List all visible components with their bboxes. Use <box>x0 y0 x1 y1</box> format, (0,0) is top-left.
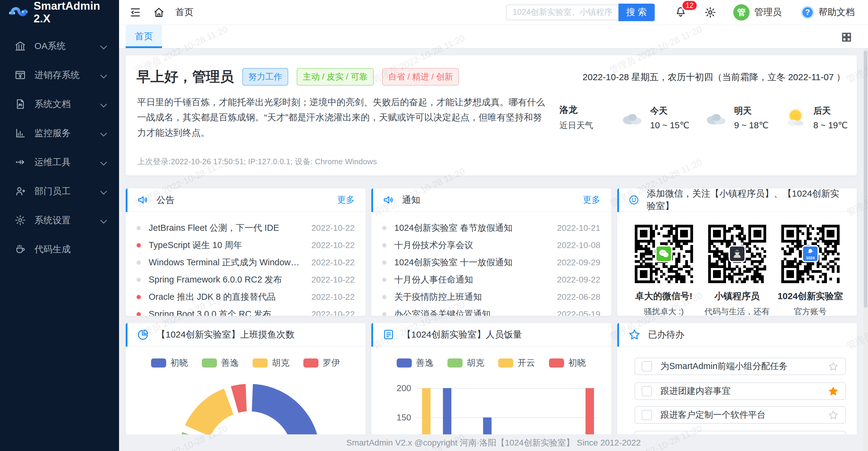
menu-fold-icon[interactable] <box>129 6 142 19</box>
legend-swatch <box>447 359 463 368</box>
logo[interactable]: SmartAdmin 2.X <box>0 0 119 25</box>
search-button[interactable]: 搜 索 <box>618 4 655 21</box>
chevron-down-icon <box>98 100 106 108</box>
item-date: 2022-09-29 <box>557 258 600 267</box>
greeting-tag: 主动 / 皮实 / 可靠 <box>297 68 374 86</box>
legend-item[interactable]: 开云 <box>498 357 535 369</box>
smiley-icon <box>628 194 640 206</box>
legend-item[interactable]: 善逸 <box>397 357 434 369</box>
qr-column: 小镇程序员代码与生活，还有钱途 <box>704 225 770 316</box>
last-login-info: 上次登录:2022-10-26 17:50:51; IP:127.0.0.1; … <box>137 157 377 167</box>
user-name[interactable]: 管理员 <box>754 6 782 19</box>
sun-icon <box>782 107 813 129</box>
sidebar-item-label: 部门员工 <box>34 185 71 198</box>
todo-star-icon[interactable] <box>828 386 839 397</box>
breadcrumb[interactable]: 首页 <box>175 6 193 19</box>
donut-segment-胡克 <box>184 388 235 438</box>
item-date: 2022-05-19 <box>557 309 600 316</box>
scrollbar-thumb[interactable] <box>864 51 867 308</box>
todo-star-icon[interactable] <box>828 361 839 372</box>
user-avatar[interactable]: 管 <box>733 4 750 21</box>
list-item[interactable]: Spring Framework 6.0.0 RC2 发布2022-10-22 <box>136 271 355 288</box>
motto-paragraph: 平日里的千锤百炼，才能托举出光彩时刻；逆境中的亮剑、失败后的奋起，才能让梦想成真… <box>137 95 545 140</box>
lab1024-logo: 1024 <box>802 245 819 262</box>
sidebar-item-系统设置[interactable]: 系统设置 <box>0 206 119 235</box>
list-item[interactable]: 1024创新实验室 春节放假通知2022-10-21 <box>382 219 600 236</box>
scrollbar[interactable] <box>863 49 868 451</box>
qr-codes: 卓大的微信号!骚扰卓大 :)小镇程序员代码与生活，还有钱途10241024创新实… <box>617 212 857 316</box>
app-root: SmartAdmin 2.X OA系统进销存系统系统文档监控服务运维工具部门员工… <box>0 0 868 451</box>
search-input[interactable] <box>506 4 618 20</box>
sidebar: SmartAdmin 2.X OA系统进销存系统系统文档监控服务运维工具部门员工… <box>0 0 119 451</box>
weather-day: 明天9 ~ 18℃ <box>703 105 769 130</box>
item-text: 1024创新实验室 十一放假通知 <box>394 256 549 269</box>
bullet-dot <box>136 295 141 299</box>
help-docs-link[interactable]: 帮助文档 <box>818 6 855 19</box>
item-text: Windows Terminal 正式成为 Windows 11 ... <box>149 256 303 269</box>
bullet-dot <box>136 243 141 248</box>
bullet-dot <box>382 278 386 282</box>
tabbar: 首页 <box>119 25 868 49</box>
todo-item[interactable]: 跟进团建内容事宜 <box>634 382 846 400</box>
legend-item[interactable]: 初晓 <box>549 357 586 369</box>
home-icon[interactable] <box>153 6 165 19</box>
wechat-card: 添加微信，关注【小镇程序员】、【1024创新实验室】 卓大的微信号!骚扰卓大 :… <box>617 189 857 316</box>
item-date: 2022-10-22 <box>311 258 355 267</box>
list-item[interactable]: 十月份技术分享会议2022-10-08 <box>382 236 600 254</box>
sidebar-item-label: 系统文档 <box>34 98 71 110</box>
sidebar-item-监控服务[interactable]: 监控服务 <box>0 119 119 148</box>
greeting-tag: 努力工作 <box>242 68 288 86</box>
weather-days: 今天10 ~ 15℃明天9 ~ 18℃后天8 ~ 19℃ <box>606 105 848 130</box>
sidebar-item-OA系统[interactable]: OA系统 <box>0 31 119 60</box>
todo-item[interactable]: 跟进客户定制一个软件平台 <box>634 406 846 424</box>
meal-chart-card: 【1024创新实验室】人员饭量 善逸胡克开云初晓 200150 <box>371 323 611 451</box>
notification-badge: 12 <box>681 0 698 11</box>
list-item[interactable]: 关于疫情防控上班通知2022-06-28 <box>382 288 600 306</box>
pie-chart-icon <box>136 328 149 341</box>
qr-code-image <box>708 225 766 283</box>
todo-item[interactable]: 为SmartAdmin前端小组分配任务 <box>634 358 846 375</box>
qr-column: 10241024创新实验室官方账号 <box>777 225 843 316</box>
notification-bell[interactable]: 12 <box>675 6 687 19</box>
list-item[interactable]: Oracle 推出 JDK 8 的直接替代品2022-10-22 <box>136 288 355 306</box>
wechat-logo <box>655 245 672 262</box>
app-title: SmartAdmin 2.X <box>34 0 119 25</box>
qr-desc: 骚扰卓大 :) <box>630 306 697 316</box>
meal-chart-title: 【1024创新实验室】人员饭量 <box>402 329 522 341</box>
todo-checkbox[interactable] <box>642 361 652 371</box>
list-item[interactable]: TypeScript 诞生 10 周年2022-10-22 <box>136 236 355 254</box>
list-item[interactable]: 1024创新实验室 十一放假通知2022-09-29 <box>382 254 600 271</box>
todo-checkbox[interactable] <box>642 386 652 396</box>
wechat-title: 添加微信，关注【小镇程序员】、【1024创新实验室】 <box>647 189 846 212</box>
item-text: TypeScript 诞生 10 周年 <box>149 239 303 251</box>
list-item[interactable]: Spring Boot 3.0.0 首个 RC 发布2022-10-22 <box>136 306 355 316</box>
bullet-dot <box>382 260 386 265</box>
notice-more-link[interactable]: 更多 <box>583 194 600 206</box>
legend-item[interactable]: 胡克 <box>447 357 484 369</box>
help-icon[interactable]: ? <box>801 6 814 19</box>
sidebar-item-系统文档[interactable]: 系统文档 <box>0 89 119 119</box>
avatar-logo <box>729 245 746 262</box>
greeting-tags: 努力工作主动 / 皮实 / 可靠自省 / 精进 / 创新 <box>234 68 459 86</box>
list-item[interactable]: 办公室消杀关键位置通知2022-05-19 <box>382 306 600 316</box>
list-item[interactable]: Windows Terminal 正式成为 Windows 11 ...2022… <box>136 254 355 271</box>
todo-checkbox[interactable] <box>642 410 652 420</box>
qr-name: 1024创新实验室 <box>777 290 843 303</box>
topbar: 首页 搜 索 12 管 管理员 ? 帮助文档 <box>119 0 868 25</box>
item-date: 2022-10-22 <box>311 223 355 233</box>
tab-options-grid-icon[interactable] <box>841 31 852 43</box>
tab-home[interactable]: 首页 <box>126 25 162 48</box>
notice-list: 1024创新实验室 春节放假通知2022-10-21十月份技术分享会议2022-… <box>371 212 611 316</box>
weather-widget: 洛龙 近日天气 今天10 ~ 15℃明天9 ~ 18℃后天8 ~ 19℃ <box>560 104 848 131</box>
todo-star-icon[interactable] <box>828 410 839 420</box>
sidebar-item-代码生成[interactable]: 代码生成 <box>0 235 119 264</box>
announcement-more-link[interactable]: 更多 <box>337 194 355 206</box>
item-text: Oracle 推出 JDK 8 的直接替代品 <box>149 291 303 303</box>
logo-icon <box>9 5 28 20</box>
settings-gear-icon[interactable] <box>704 6 716 19</box>
list-item[interactable]: JetBrains Fleet 公测，下一代 IDE2022-10-22 <box>136 219 355 236</box>
sidebar-item-部门员工[interactable]: 部门员工 <box>0 177 119 206</box>
sidebar-item-进销存系统[interactable]: 进销存系统 <box>0 60 119 89</box>
list-item[interactable]: 十月份人事任命通知2022-09-22 <box>382 271 600 288</box>
sidebar-item-运维工具[interactable]: 运维工具 <box>0 148 119 177</box>
